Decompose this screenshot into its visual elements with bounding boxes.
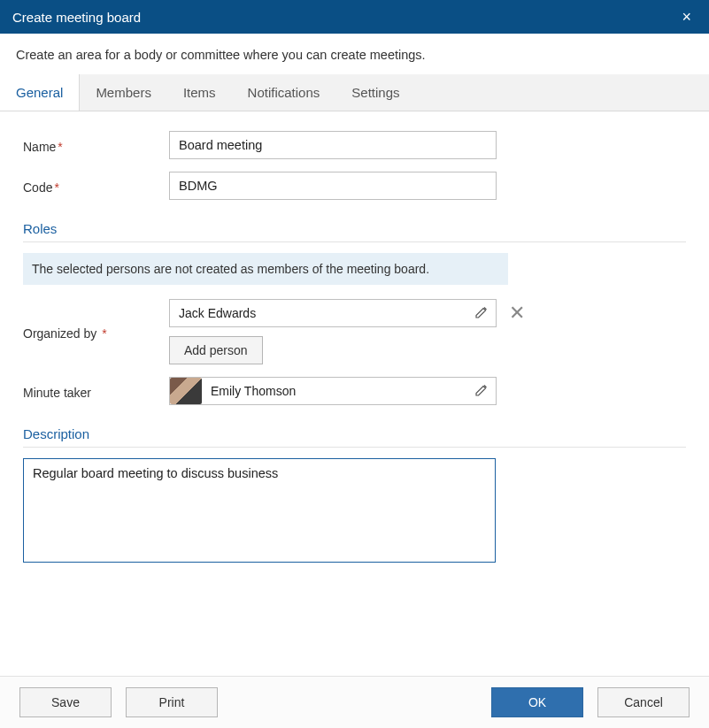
form-panel: Name* Code* Roles The selected persons a… (0, 111, 709, 676)
tab-members[interactable]: Members (80, 74, 167, 111)
name-label: Name* (23, 136, 169, 154)
cancel-button[interactable]: Cancel (597, 687, 690, 717)
description-textarea[interactable] (23, 458, 496, 563)
ok-button[interactable]: OK (491, 687, 583, 717)
row-code: Code* (23, 172, 686, 200)
section-divider (23, 241, 686, 242)
remove-person-icon[interactable]: ✕ (509, 303, 525, 323)
row-name: Name* (23, 131, 686, 159)
tab-general[interactable]: General (0, 74, 80, 111)
dialog-titlebar: Create meeting board × (0, 0, 709, 34)
pencil-icon[interactable] (474, 305, 489, 322)
dialog-subtitle: Create an area for a body or committee w… (0, 34, 709, 74)
add-person-button[interactable]: Add person (169, 336, 263, 364)
section-divider (23, 447, 686, 448)
avatar (170, 378, 202, 404)
required-indicator: * (58, 140, 62, 154)
tab-notifications[interactable]: Notifications (232, 74, 336, 111)
description-section-label: Description (23, 426, 686, 441)
minute-taker-value: Emily Thomson (202, 384, 474, 398)
tab-settings[interactable]: Settings (335, 74, 415, 111)
organized-by-picker[interactable]: Jack Edwards (169, 299, 497, 327)
dialog-title: Create meeting board (12, 10, 141, 25)
required-indicator: * (98, 326, 106, 341)
print-button[interactable]: Print (126, 687, 218, 717)
dialog-footer: Save Print OK Cancel (0, 676, 709, 728)
save-button[interactable]: Save (19, 687, 112, 717)
row-minute-taker: Minute taker Emily Thomson (23, 377, 686, 405)
code-label-text: Code (23, 180, 52, 195)
organized-by-label: Organized by * (23, 323, 169, 341)
code-input[interactable] (169, 172, 497, 200)
name-label-text: Name (23, 140, 56, 154)
name-input[interactable] (169, 131, 497, 159)
code-label: Code* (23, 177, 169, 195)
minute-taker-picker[interactable]: Emily Thomson (169, 377, 497, 405)
tab-bar: General Members Items Notifications Sett… (0, 74, 709, 111)
close-icon[interactable]: × (676, 5, 697, 28)
row-organized-by: Organized by * Jack Edwards ✕ Add person (23, 299, 686, 364)
required-indicator: * (54, 180, 58, 195)
pencil-icon[interactable] (474, 383, 489, 400)
roles-info-box: The selected persons are not created as … (23, 253, 508, 285)
organized-by-label-text: Organized by (23, 326, 96, 341)
roles-section-label: Roles (23, 221, 686, 236)
minute-taker-label: Minute taker (23, 382, 169, 400)
tab-items[interactable]: Items (167, 74, 232, 111)
organized-by-value: Jack Edwards (179, 306, 474, 320)
